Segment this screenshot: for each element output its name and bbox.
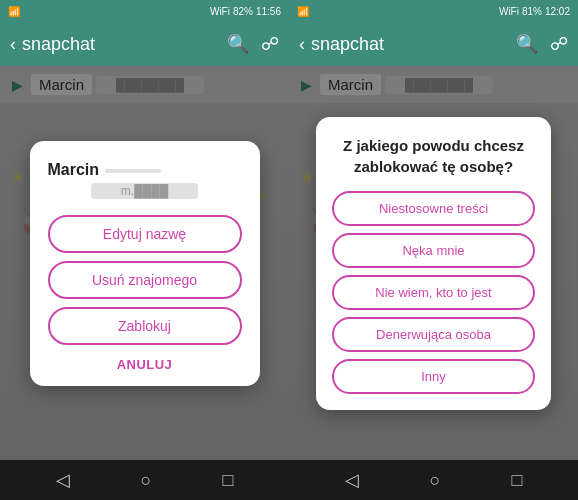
status-bar-left-side: 📶: [8, 6, 20, 17]
nav-recent-right[interactable]: □: [512, 470, 523, 491]
dialog-user-name: Marcin: [48, 161, 100, 179]
chat-icon-right[interactable]: ☍: [550, 33, 568, 55]
dialog-name-blur: [105, 169, 161, 173]
nav-home-left[interactable]: ○: [141, 470, 152, 491]
status-bar-right: 📶 WiFi 81% 12:02: [289, 0, 578, 22]
battery-text: 82%: [233, 6, 253, 17]
left-phone-screen: 📶 WiFi 82% 11:56 ‹ snapchat 🔍 ☍ ▶ Marcin…: [0, 0, 289, 500]
block-reason-title: Z jakiego powodu chcesz zablokować tę os…: [343, 135, 524, 177]
cancel-button[interactable]: ANULUJ: [117, 357, 173, 372]
back-button-left[interactable]: ‹: [10, 34, 16, 55]
overlay-left: Marcin m.████ Edytuj nazwę Usuń znajomeg…: [0, 66, 289, 460]
dialog-reason: Z jakiego powodu chcesz zablokować tę os…: [316, 117, 551, 410]
reason-other-button[interactable]: Inny: [332, 359, 535, 394]
reason-annoying-button[interactable]: Denerwująca osoba: [332, 317, 535, 352]
dialog-left: Marcin m.████ Edytuj nazwę Usuń znajomeg…: [30, 141, 260, 386]
wifi-icon-right: WiFi: [499, 6, 519, 17]
app-title-right: snapchat: [311, 34, 516, 55]
block-button[interactable]: Zablokuj: [48, 307, 242, 345]
reason-inappropriate-button[interactable]: Niestosowne treści: [332, 191, 535, 226]
wifi-icon: WiFi: [210, 6, 230, 17]
status-bar-right-left-side: 📶: [297, 6, 309, 17]
chat-icon-left[interactable]: ☍: [261, 33, 279, 55]
nav-back-left[interactable]: ◁: [56, 469, 70, 491]
nav-home-right[interactable]: ○: [430, 470, 441, 491]
header-icons-left: 🔍 ☍: [227, 33, 279, 55]
back-button-right[interactable]: ‹: [299, 34, 305, 55]
reason-harassment-button[interactable]: Nęka mnie: [332, 233, 535, 268]
app-title-left: snapchat: [22, 34, 227, 55]
nav-bar-left: ◁ ○ □: [0, 460, 289, 500]
search-icon-left[interactable]: 🔍: [227, 33, 249, 55]
nav-recent-left[interactable]: □: [223, 470, 234, 491]
dialog-user-sub: m.████: [91, 183, 198, 199]
dialog-name-row: Marcin: [48, 161, 242, 181]
block-reason-title-line1: Z jakiego powodu chcesz: [343, 137, 524, 154]
status-bar-right-side: WiFi 82% 11:56: [210, 6, 281, 17]
remove-friend-button[interactable]: Usuń znajomego: [48, 261, 242, 299]
nav-bar-right: ◁ ○ □: [289, 460, 578, 500]
nav-back-right[interactable]: ◁: [345, 469, 359, 491]
right-phone-screen: 📶 WiFi 81% 12:02 ‹ snapchat 🔍 ☍ ▶ Marcin…: [289, 0, 578, 500]
time-display-left: 11:56: [256, 6, 281, 17]
app-header-right: ‹ snapchat 🔍 ☍: [289, 22, 578, 66]
time-display-right: 12:02: [545, 6, 570, 17]
edit-name-button[interactable]: Edytuj nazwę: [48, 215, 242, 253]
screen-bg-left: ▶ Marcin ████████ ★ ★ ✦ 🥁 🎤 Marcin m.███…: [0, 66, 289, 460]
block-reason-title-line2: zablokować tę osobę?: [354, 158, 513, 175]
signal-icon-right: 📶: [297, 6, 309, 17]
reason-unknown-button[interactable]: Nie wiem, kto to jest: [332, 275, 535, 310]
signal-icon: 📶: [8, 6, 20, 17]
status-bar-right-right-side: WiFi 81% 12:02: [499, 6, 570, 17]
app-header-left: ‹ snapchat 🔍 ☍: [0, 22, 289, 66]
screen-bg-right: ▶ Marcin ████████ ★ ✦ 🎤 🥁 Z jakiego powo…: [289, 66, 578, 460]
search-icon-right[interactable]: 🔍: [516, 33, 538, 55]
overlay-right: Z jakiego powodu chcesz zablokować tę os…: [289, 66, 578, 460]
header-icons-right: 🔍 ☍: [516, 33, 568, 55]
status-bar-left: 📶 WiFi 82% 11:56: [0, 0, 289, 22]
battery-text-right: 81%: [522, 6, 542, 17]
